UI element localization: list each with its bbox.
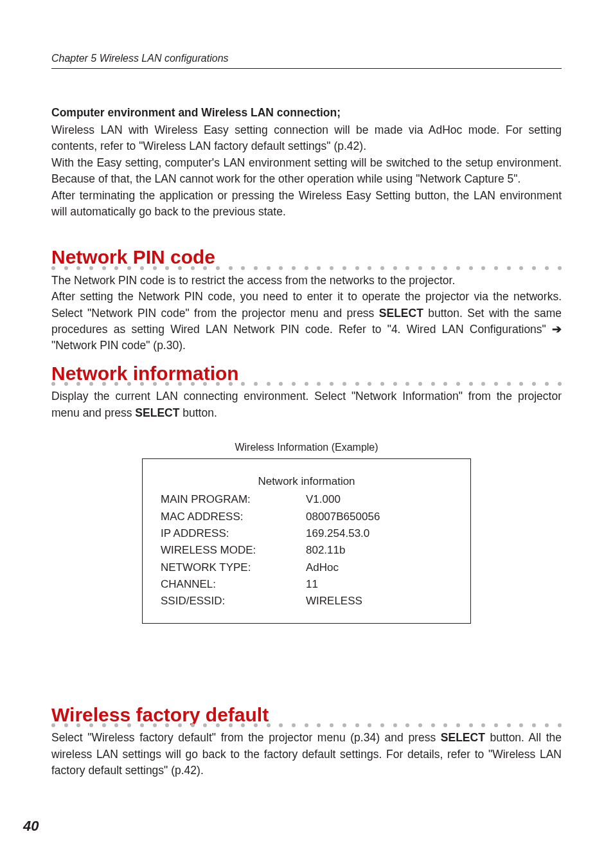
factory-p1-select: SELECT [441,731,485,744]
info-value: V1.000 [306,491,341,508]
chapter-header: Chapter 5 Wireless LAN configurations [51,53,562,69]
netinfo-p1c: button. [179,406,217,419]
pin-p2-select: SELECT [379,307,423,320]
infobox-caption: Wireless Information (Example) [51,442,562,453]
pin-title: Network PIN code [51,247,562,267]
table-row: SSID/ESSID: WIRELESS [161,593,452,610]
info-value: 802.11b [306,542,345,559]
info-label: MAIN PROGRAM: [161,491,306,508]
netinfo-p1a: Display the current LAN connecting envir… [51,390,562,419]
pin-p2d: "Network PIN code" (p.30). [51,339,186,352]
infobox: Network information MAIN PROGRAM: V1.000… [142,458,471,624]
env-p1: Wireless LAN with Wireless Easy setting … [51,122,562,155]
env-p3: After terminating the application or pre… [51,188,562,221]
infobox-title: Network information [161,473,452,490]
netinfo-p1-select: SELECT [135,406,179,419]
info-label: CHANNEL: [161,576,306,593]
pin-p2: After setting the Network PIN code, you … [51,289,562,354]
pin-p1: The Network PIN code is to restrict the … [51,273,562,289]
info-value: WIRELESS [306,593,362,610]
factory-p1a: Select "Wireless factory default" from t… [51,731,441,744]
info-label: WIRELESS MODE: [161,542,306,559]
table-row: CHANNEL: 11 [161,576,452,593]
arrow-icon: ➔ [552,323,562,336]
factory-title: Wireless factory default [51,705,562,725]
info-label: NETWORK TYPE: [161,559,306,576]
info-label: MAC ADDRESS: [161,509,306,525]
factory-p1: Select "Wireless factory default" from t… [51,730,562,779]
dot-divider [51,382,562,386]
env-heading: Computer environment and Wireless LAN co… [51,106,562,120]
info-value: 11 [306,576,318,593]
info-value: 169.254.53.0 [306,525,369,542]
info-value: 08007B650056 [306,509,380,525]
table-row: IP ADDRESS: 169.254.53.0 [161,525,452,542]
table-row: NETWORK TYPE: AdHoc [161,559,452,576]
netinfo-title: Network information [51,363,562,384]
dot-divider [51,723,562,727]
table-row: MAC ADDRESS: 08007B650056 [161,509,452,525]
table-row: MAIN PROGRAM: V1.000 [161,491,452,508]
dot-divider [51,266,562,270]
info-label: SSID/ESSID: [161,593,306,610]
netinfo-p1: Display the current LAN connecting envir… [51,388,562,421]
table-row: WIRELESS MODE: 802.11b [161,542,452,559]
env-p2: With the Easy setting, computer's LAN en… [51,155,562,188]
info-value: AdHoc [306,559,339,576]
page-number: 40 [23,818,39,835]
info-label: IP ADDRESS: [161,525,306,542]
